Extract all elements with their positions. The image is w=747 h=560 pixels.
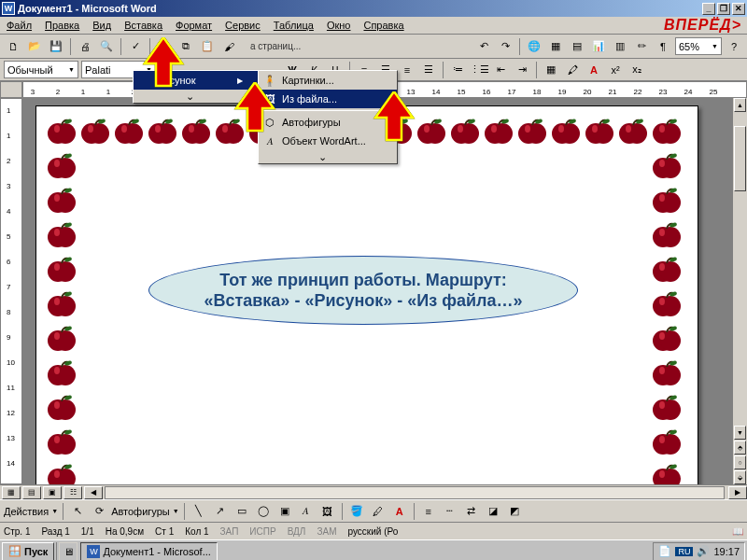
menu-window[interactable]: Окно: [320, 18, 358, 33]
wordart-icon[interactable]: 𝐴: [297, 502, 316, 521]
hyperlink-icon[interactable]: 🌐: [525, 37, 543, 56]
style-select[interactable]: Обычный▼: [4, 61, 78, 78]
align-justify-icon[interactable]: ☰: [419, 61, 438, 79]
print-icon[interactable]: 🖨: [76, 37, 94, 56]
svg-point-10: [121, 125, 127, 133]
threed-icon[interactable]: ◩: [505, 502, 524, 521]
scroll-right-icon[interactable]: ▶: [728, 486, 747, 499]
menu-help[interactable]: Справка: [357, 18, 410, 33]
apple-decoration: [651, 392, 683, 424]
menu-expand-chevron2[interactable]: ⌄: [259, 150, 397, 163]
apple-decoration: [46, 150, 78, 182]
window-title: Документ1 - Microsoft Word: [18, 3, 157, 14]
svg-point-154: [54, 160, 60, 167]
open-icon[interactable]: 📂: [25, 37, 44, 56]
status-col: Кол 1: [185, 526, 208, 537]
dash-style-icon[interactable]: ┄: [441, 502, 459, 521]
callout-text-1: Тот же принцип работы. Маршрут:: [219, 271, 506, 289]
forward-label[interactable]: ВПЕРЁД>: [664, 17, 741, 34]
line-color-icon[interactable]: 🖊: [369, 502, 388, 521]
undo-icon[interactable]: ↶: [474, 37, 493, 56]
arrow-shape-icon[interactable]: ↗: [211, 502, 230, 521]
arrow-style-icon[interactable]: ⇄: [462, 502, 481, 521]
apple-decoration: [147, 116, 178, 147]
normal-view-icon[interactable]: ▦: [2, 486, 21, 499]
horizontal-scrollbar[interactable]: ▦ ▤ ▣ ☷ ◀ ▶: [0, 484, 747, 499]
task-button[interactable]: W Документ1 - Microsof...: [80, 542, 217, 561]
sub-clipart[interactable]: 🧍Картинки...: [259, 71, 397, 90]
tables-icon[interactable]: ▦: [546, 37, 565, 56]
prev-page-icon[interactable]: ⬘: [734, 441, 746, 455]
svg-point-190: [659, 298, 665, 305]
borders-icon[interactable]: ▦: [542, 61, 560, 79]
bullet-list-icon[interactable]: ⋮☰: [470, 61, 488, 79]
save-icon[interactable]: 💾: [47, 37, 65, 56]
docmap-icon[interactable]: ¶: [654, 37, 672, 56]
outline-view-icon[interactable]: ☷: [63, 486, 82, 499]
numbered-list-icon[interactable]: ≔: [448, 61, 467, 79]
format-painter-icon[interactable]: 🖌: [219, 37, 238, 56]
tray-vol-icon[interactable]: 🔊: [697, 545, 710, 557]
clipart-icon[interactable]: 🖼: [318, 502, 337, 521]
tray-doc-icon[interactable]: 📄: [658, 545, 671, 557]
menu-view[interactable]: Вид: [86, 18, 118, 33]
status-book-icon[interactable]: 📖: [732, 526, 743, 537]
oval-icon[interactable]: ◯: [254, 502, 273, 521]
menu-table[interactable]: Таблица: [267, 18, 320, 33]
line-icon[interactable]: ╲: [190, 502, 208, 521]
subscript-icon[interactable]: x₂: [627, 61, 646, 79]
minimize-button[interactable]: _: [702, 3, 715, 15]
apple-decoration: [651, 150, 683, 182]
columns-icon[interactable]: ▥: [611, 37, 629, 56]
font-color-icon[interactable]: A: [585, 61, 603, 79]
svg-point-182: [659, 263, 665, 271]
scroll-up-icon[interactable]: ▲: [734, 98, 746, 112]
lang-indicator[interactable]: RU: [675, 547, 693, 556]
windows-icon: 🪟: [8, 545, 21, 557]
shadow-icon[interactable]: ◪: [484, 502, 502, 521]
help-icon[interactable]: ?: [725, 37, 743, 56]
drawing-icon[interactable]: ✏: [632, 37, 651, 56]
menu-file[interactable]: Файл: [0, 18, 38, 33]
outdent-icon[interactable]: ⇤: [491, 61, 510, 79]
draw-actions-menu[interactable]: Действия: [4, 506, 49, 517]
menu-format[interactable]: Формат: [169, 18, 218, 33]
paste-icon[interactable]: 📋: [198, 37, 217, 56]
table-insert-icon[interactable]: ▤: [568, 37, 586, 56]
redo-icon[interactable]: ↷: [496, 37, 514, 56]
maximize-button[interactable]: ❐: [717, 3, 730, 15]
browse-object-icon[interactable]: ○: [734, 455, 746, 469]
scroll-down-icon[interactable]: ▼: [734, 426, 746, 440]
svg-point-186: [54, 298, 60, 305]
textbox-icon[interactable]: ▣: [275, 502, 294, 521]
rectangle-icon[interactable]: ▭: [233, 502, 251, 521]
menu-insert[interactable]: Вставка: [118, 18, 169, 33]
apple-decoration: [46, 323, 78, 355]
align-right-icon[interactable]: ≡: [398, 61, 416, 79]
new-doc-icon[interactable]: 🗋: [4, 37, 22, 56]
start-button[interactable]: 🪟 Пуск: [2, 542, 54, 561]
highlight-icon[interactable]: 🖍: [563, 61, 582, 79]
scroll-thumb[interactable]: [734, 126, 746, 191]
excel-icon[interactable]: 📊: [589, 37, 608, 56]
line-style-icon[interactable]: ≡: [419, 502, 438, 521]
autoshapes-menu[interactable]: Автофигуры: [111, 506, 170, 517]
zoom-select[interactable]: 65%▼: [675, 37, 722, 55]
status-page: Стр. 1: [4, 526, 30, 537]
preview-icon[interactable]: 🔍: [97, 37, 116, 56]
menu-tools[interactable]: Сервис: [218, 18, 267, 33]
web-view-icon[interactable]: ▤: [22, 486, 41, 499]
next-page-icon[interactable]: ⬙: [734, 470, 746, 484]
select-arrow-icon[interactable]: ↖: [68, 502, 87, 521]
fill-color-icon[interactable]: 🪣: [347, 502, 366, 521]
font-color2-icon[interactable]: A: [390, 502, 409, 521]
quick-launch-icon[interactable]: 🖥: [59, 542, 78, 561]
indent-icon[interactable]: ⇥: [513, 61, 531, 79]
vertical-scrollbar[interactable]: ▲ ▼ ⬘ ○ ⬙: [732, 98, 747, 484]
menu-edit[interactable]: Правка: [38, 18, 86, 33]
rotate-icon[interactable]: ⟳: [90, 502, 108, 521]
close-button[interactable]: ✕: [732, 3, 745, 15]
superscript-icon[interactable]: x²: [606, 61, 625, 79]
print-view-icon[interactable]: ▣: [43, 486, 62, 499]
scroll-left-icon[interactable]: ◀: [84, 486, 103, 499]
